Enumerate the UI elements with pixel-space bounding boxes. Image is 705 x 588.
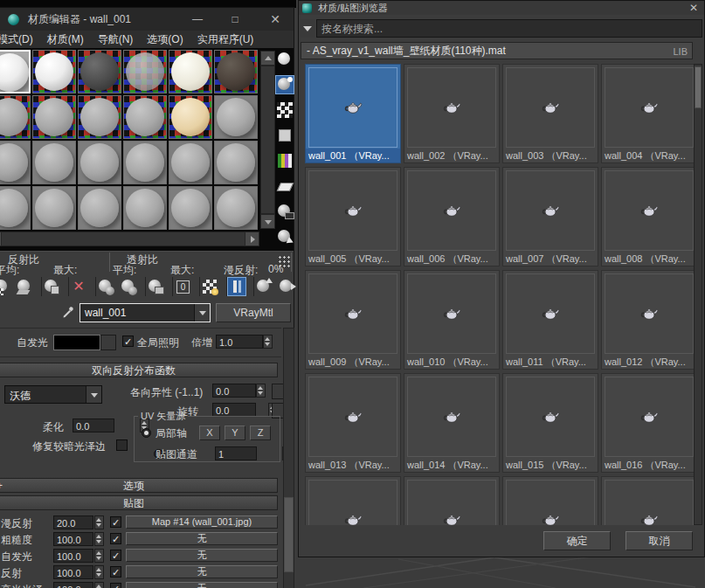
anisotropy-spinner[interactable] [256, 384, 266, 398]
assign-material-to-selection-button[interactable] [41, 277, 61, 296]
multiplier-spinner[interactable] [263, 335, 273, 349]
sample-slot-9[interactable] [78, 95, 121, 139]
sample-slot-1[interactable] [0, 50, 31, 93]
options-rollout-header[interactable]: + 选项 [0, 478, 278, 493]
chevron-down-icon[interactable] [194, 304, 210, 322]
map-amount-spinner[interactable] [94, 515, 104, 529]
material-cell-wall_001[interactable]: wall_001 （VRay... [305, 64, 401, 163]
material-cell-partial-3[interactable] [502, 476, 598, 525]
material-name-dropdown[interactable]: wall_001 [79, 303, 211, 322]
brdf-rollout-header[interactable]: - 双向反射分布函数 [0, 363, 278, 377]
multiplier-field[interactable]: 1.0 [216, 335, 263, 349]
sample-slot-15[interactable] [78, 141, 121, 184]
menu-item[interactable]: 导航(N) [98, 32, 134, 47]
material-cell-wall_015[interactable]: wall_015 （VRay... [502, 373, 598, 473]
editor-titlebar[interactable]: 材质编辑器 - wall_001 — □ ✕ [0, 8, 294, 31]
make-preview-icon[interactable] [275, 176, 294, 196]
material-cell-wall_007[interactable]: wall_007 （VRay... [502, 167, 598, 266]
map-slot-button[interactable]: 无 [126, 549, 278, 562]
options-icon[interactable] [275, 202, 294, 221]
sample-slot-11[interactable] [169, 95, 212, 139]
material-cell-wall_016[interactable]: wall_016 （VRay... [601, 373, 697, 473]
material-cell-wall_005[interactable]: wall_005 （VRay... [305, 167, 401, 266]
self-illum-extra-box[interactable] [100, 335, 116, 350]
material-cell-wall_002[interactable]: wall_002 （VRay... [404, 64, 500, 163]
sample-slot-7[interactable] [0, 95, 31, 139]
gi-checkbox[interactable] [122, 336, 134, 347]
sample-slot-20[interactable] [32, 186, 76, 230]
sample-slot-19[interactable] [0, 186, 31, 230]
menu-item[interactable]: 实用程序(U) [197, 32, 254, 47]
minimize-button[interactable]: — [184, 13, 211, 25]
ok-button[interactable]: 确定 [543, 531, 611, 550]
map-amount-field[interactable]: 100.0 [53, 549, 93, 563]
menu-item[interactable]: 模式(D) [0, 32, 33, 47]
map-amount-field[interactable]: 100.0 [53, 582, 93, 588]
go-to-parent-button[interactable] [253, 277, 273, 296]
local-axis-radio[interactable] [142, 428, 151, 438]
show-end-result-button[interactable] [226, 277, 246, 296]
self-illum-color-swatch[interactable] [53, 335, 100, 350]
sample-slot-10[interactable] [123, 95, 167, 139]
backlight-icon[interactable] [275, 75, 294, 94]
axis-button[interactable]: Z [250, 425, 271, 440]
put-material-to-scene-button[interactable] [15, 277, 34, 296]
close-button[interactable]: ✕ [262, 12, 288, 26]
sample-slot-2[interactable] [32, 50, 76, 93]
material-id-channel-button[interactable]: 0 [172, 277, 192, 296]
map-slot-button[interactable]: 无 [126, 532, 278, 545]
material-cell-wall_010[interactable]: wall_010 （VRay... [404, 270, 500, 370]
get-material-button[interactable] [0, 277, 11, 296]
chevron-down-icon[interactable] [86, 386, 101, 403]
map-amount-spinner[interactable] [94, 565, 104, 579]
sample-slot-13[interactable] [0, 141, 31, 184]
background-icon[interactable] [275, 100, 294, 120]
map-amount-spinner[interactable] [94, 582, 104, 588]
sample-slot-8[interactable] [32, 95, 76, 139]
go-forward-sibling-button[interactable] [277, 277, 296, 296]
slots-scroll-down[interactable] [260, 214, 275, 229]
map-enable-checkbox[interactable] [110, 566, 121, 578]
soften-field[interactable]: 0.0 [73, 419, 114, 432]
material-cell-wall_006[interactable]: wall_006 （VRay... [404, 167, 500, 266]
axis-button[interactable]: X [199, 425, 220, 440]
sample-slot-21[interactable] [78, 186, 121, 230]
map-amount-field[interactable]: 100.0 [53, 532, 93, 546]
brdf-type-dropdown[interactable]: 沃德 [4, 385, 102, 404]
map-amount-field[interactable]: 100.0 [53, 565, 93, 579]
map-slot-button[interactable]: 无 [126, 582, 278, 588]
sample-slot-16[interactable] [123, 141, 167, 184]
map-slot-button[interactable]: Map #14 (wall_001.jpg) [126, 515, 278, 529]
material-cell-wall_004[interactable]: wall_004 （VRay... [601, 64, 697, 163]
slots-hscrollbar[interactable] [0, 232, 259, 246]
sample-slot-3[interactable] [78, 50, 121, 93]
browser-titlebar[interactable]: 材质/贴图浏览器 ✕ [299, 1, 704, 15]
sample-slot-4[interactable] [123, 50, 167, 93]
maps-rollout-header[interactable]: - 贴图 [0, 495, 278, 510]
search-input[interactable] [316, 19, 702, 38]
params-scrollbar-thumb[interactable] [284, 497, 294, 572]
material-cell-wall_012[interactable]: wall_012 （VRay... [601, 270, 697, 370]
sample-type-icon[interactable] [275, 50, 294, 69]
make-unique-button[interactable] [119, 277, 138, 296]
material-cell-wall_014[interactable]: wall_014 （VRay... [404, 373, 500, 473]
sample-slot-5[interactable] [169, 50, 212, 93]
sample-slot-23[interactable] [169, 186, 212, 230]
map-slot-button[interactable]: 无 [126, 565, 278, 578]
browser-scrollbar-thumb[interactable] [695, 66, 702, 108]
select-by-material-icon[interactable] [275, 227, 294, 246]
slots-scroll-right[interactable] [245, 232, 259, 246]
sample-slot-14[interactable] [32, 141, 76, 184]
menu-item[interactable]: 材质(M) [47, 32, 84, 47]
library-group-header[interactable]: - AS_vray_v1_wall墙_壁纸材质(110种).mat LIB [301, 42, 693, 59]
map-enable-checkbox[interactable] [110, 550, 121, 561]
sample-slot-18[interactable] [214, 141, 258, 184]
search-options-dropdown-icon[interactable] [301, 19, 314, 38]
anisotropy-field[interactable]: 0.0 [212, 384, 256, 398]
sample-uv-tiling-icon[interactable] [275, 126, 294, 145]
make-material-copy-button[interactable] [95, 277, 115, 296]
material-cell-partial-1[interactable] [305, 476, 401, 525]
material-cell-wall_011[interactable]: wall_011 （VRay... [502, 270, 598, 370]
reset-map-button[interactable]: ✕ [68, 277, 88, 296]
sample-slot-12[interactable] [214, 95, 258, 139]
